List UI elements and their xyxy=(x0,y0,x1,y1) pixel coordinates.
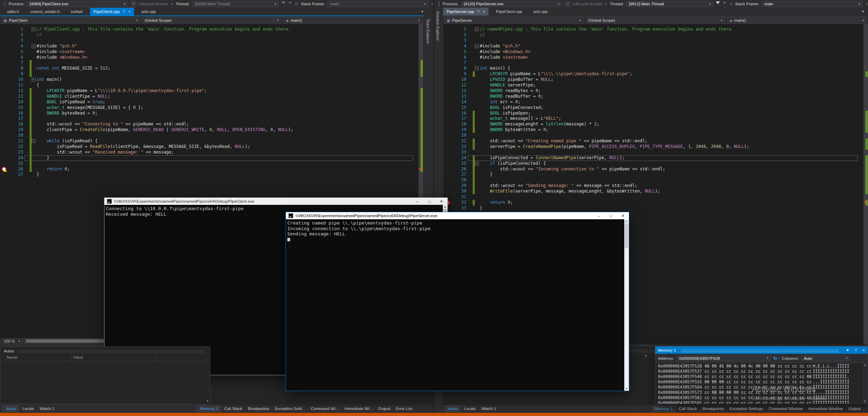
refresh-icon[interactable]: ↻ xyxy=(773,356,777,361)
close-icon[interactable]: × xyxy=(862,348,865,353)
process-dropdown[interactable]: [4984] PipeClient.exe▼ xyxy=(27,1,128,7)
thread-dropdown[interactable]: [9656] Main Thread▼ xyxy=(192,1,279,7)
address-input[interactable]: 0x000000E43057F528▼ xyxy=(676,355,771,361)
panel-tab-watch-1[interactable]: Watch 1 xyxy=(479,405,499,412)
fold-collapse-icon[interactable] xyxy=(475,66,479,70)
panel-tab-error-list[interactable]: Error List xyxy=(393,405,415,412)
tab-list-chevron-icon[interactable]: ▼ xyxy=(861,10,864,13)
fold-collapse-icon[interactable] xyxy=(475,162,479,165)
editor-scrollbar-right[interactable] xyxy=(863,24,868,344)
tab-pch-cpp[interactable]: pch.cpp xyxy=(138,8,159,15)
maximize-button[interactable]: □ xyxy=(423,198,435,205)
fold-collapse-icon[interactable] xyxy=(32,44,36,48)
scope-dropdown[interactable]: (Global Scope)▼ xyxy=(142,17,281,24)
pin-icon[interactable]: ⊤ xyxy=(122,10,126,14)
fold-collapse-icon[interactable] xyxy=(32,78,36,82)
lifecycle-events-icon[interactable]: ↺ xyxy=(130,1,136,7)
panel-tab-autos[interactable]: Autos xyxy=(445,405,461,412)
memory-hex-view[interactable]: 0x000000E43057F52848 00 45 00 4c 00 4c 0… xyxy=(655,363,863,404)
member-dropdown[interactable]: ◈ main()▼ xyxy=(727,17,867,24)
close-button[interactable]: ✕ xyxy=(617,212,629,219)
toolbar-drag-handle[interactable] xyxy=(4,1,6,7)
panel-tab-memory-1[interactable]: Memory 1 xyxy=(652,405,676,412)
chevron-down-icon: ▼ xyxy=(605,2,607,6)
columns-dropdown[interactable]: Auto▼ xyxy=(801,355,850,361)
maximize-button[interactable]: □ xyxy=(605,212,617,219)
minimize-button[interactable]: – xyxy=(593,212,605,219)
panel-tab-output[interactable]: Output xyxy=(375,405,393,412)
scroll-down-icon[interactable]: ▼ xyxy=(206,399,209,403)
scroll-up-icon[interactable]: ▲ xyxy=(644,354,647,357)
memory-title-bar[interactable]: Memory 1 ▼ ⊤ × xyxy=(655,346,868,354)
suppress-icon[interactable]: ∅ xyxy=(729,1,733,6)
stack-frame-dropdown[interactable]: main▼ xyxy=(327,1,428,7)
console-output[interactable]: Creating named pipe \\.\pipe\mantvydas-f… xyxy=(286,219,624,391)
panel-tab-call-stack[interactable]: Call Stack xyxy=(676,405,700,412)
tab-pipeclient-cpp[interactable]: PipeClient.cpp xyxy=(493,8,526,15)
close-button[interactable]: ✕ xyxy=(435,198,447,205)
stack-frame-dropdown[interactable]: main▼ xyxy=(761,1,863,7)
tab-iosfwd[interactable]: iosfwd xyxy=(68,8,86,15)
filter-flagged-icon[interactable] xyxy=(723,2,726,6)
scope-dropdown[interactable]: (Global Scope)▼ xyxy=(586,17,725,24)
line-number: 27 xyxy=(0,172,23,177)
panel-tab-command-wi-[interactable]: Command Wi... xyxy=(308,405,342,412)
panel-tab-call-stack[interactable]: Call Stack xyxy=(221,405,245,412)
thread-dropdown[interactable]: [9612] Main Thread▼ xyxy=(626,1,713,7)
panel-tab-memory-1[interactable]: Memory 1 xyxy=(197,405,221,412)
project-dropdown[interactable]: ▣ PipeServer▼ xyxy=(444,17,584,24)
filter-threads-icon[interactable] xyxy=(716,1,720,6)
tool-window-tabs-left-2: Memory 1Call StackBreakpointsException S… xyxy=(197,405,415,412)
pin-icon[interactable]: ⊤ xyxy=(477,10,480,14)
panel-tab-locals[interactable]: Locals xyxy=(461,405,478,412)
console-scrollbar[interactable]: ▲▼ xyxy=(624,219,629,391)
tab-pch-cpp[interactable]: pch.cpp xyxy=(530,8,551,15)
breakpoint-warning-icon[interactable] xyxy=(2,167,6,171)
memory-hex-bytes: cc 08 00 00 00 cc cc cc cc cc cc cc cc c… xyxy=(704,390,812,395)
window-position-icon[interactable]: ▼ xyxy=(846,348,849,352)
zoom-control[interactable]: 100 %▼ xyxy=(2,338,23,344)
panel-tab-output[interactable]: Output xyxy=(845,405,863,412)
filter-threads-icon[interactable] xyxy=(281,1,286,6)
tab-pipeclient-cpp[interactable]: PipeClient.cpp⊤× xyxy=(90,8,134,15)
fold-collapse-icon[interactable] xyxy=(32,139,36,143)
tab-list-chevron-icon[interactable]: ▼ xyxy=(421,10,424,13)
tab-stdio-h[interactable]: stdio.h xyxy=(4,8,23,15)
tab-pipeserver-cpp[interactable]: PipeServer.cpp⊤× xyxy=(443,8,489,15)
lifecycle-events-label[interactable]: Lifecycle Events xyxy=(573,2,602,6)
lifecycle-events-label[interactable]: Lifecycle Events xyxy=(139,2,168,6)
panel-tab-breakpoints[interactable]: Breakpoints xyxy=(245,405,272,412)
console-title-bar[interactable]: \\VBOXSVR\Experiments\namedPipes\namedPi… xyxy=(286,212,629,219)
column-value[interactable]: Value xyxy=(73,355,83,359)
project-dropdown[interactable]: ▣ PipeClient▼ xyxy=(1,17,140,24)
panel-tab-exception-settings[interactable]: Exception Settings xyxy=(727,405,766,412)
process-dropdown[interactable]: [4120] PipeServer.exe▼ xyxy=(461,1,562,7)
fold-collapse-icon[interactable] xyxy=(475,27,479,31)
filter-flagged-icon[interactable] xyxy=(288,2,292,6)
fold-collapse-icon[interactable] xyxy=(32,27,36,31)
memory-row: 0x000000E43057F582cc cc cc cc cc cc cc c… xyxy=(655,395,863,401)
pin-icon[interactable]: ⊤ xyxy=(854,348,857,352)
close-icon[interactable]: × xyxy=(483,10,485,14)
tab-corecrt-wstdio-h[interactable]: corecrt_wstdio.h xyxy=(27,8,63,15)
panel-tab-watch-1[interactable]: Watch 1 xyxy=(37,405,57,412)
panel-tab-command-window[interactable]: Command Window xyxy=(766,405,806,412)
panel-tab-immediate-window[interactable]: Immediate Window xyxy=(806,405,846,412)
toolbar-drag-handle[interactable] xyxy=(438,1,440,7)
suppress-icon[interactable]: ∅ xyxy=(295,1,298,6)
fold-collapse-icon[interactable] xyxy=(475,44,479,48)
panel-tab-exception-setti-[interactable]: Exception Setti... xyxy=(272,405,308,412)
member-dropdown[interactable]: ◈ main()▼ xyxy=(283,17,423,24)
minimize-button[interactable]: – xyxy=(411,198,423,205)
console-title-bar[interactable]: \\VBOXSVR\Experiments\namedPipes\namedPi… xyxy=(104,198,447,205)
code-line: 25 xyxy=(0,161,419,167)
panel-tab-autos[interactable]: Autos xyxy=(3,405,19,412)
close-icon[interactable]: × xyxy=(128,10,130,14)
lifecycle-events-icon[interactable]: ↺ xyxy=(564,1,570,7)
panel-tab-locals[interactable]: Locals xyxy=(19,405,37,412)
memory-scrollbar[interactable]: ▲ ▼ xyxy=(863,363,867,403)
column-name[interactable]: Name xyxy=(7,355,18,359)
panel-tab-immediate-wi-[interactable]: Immediate Wi... xyxy=(342,405,375,412)
toolbar-overflow-icon[interactable]: ▼ xyxy=(865,2,868,6)
panel-tab-breakpoints[interactable]: Breakpoints xyxy=(700,405,727,412)
